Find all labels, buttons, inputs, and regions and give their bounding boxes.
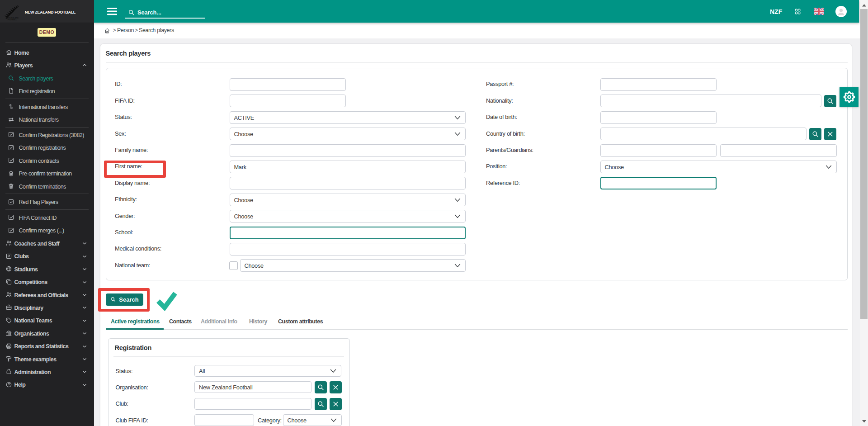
svg-text:FOOTBALL: FOOTBALL — [8, 19, 17, 20]
